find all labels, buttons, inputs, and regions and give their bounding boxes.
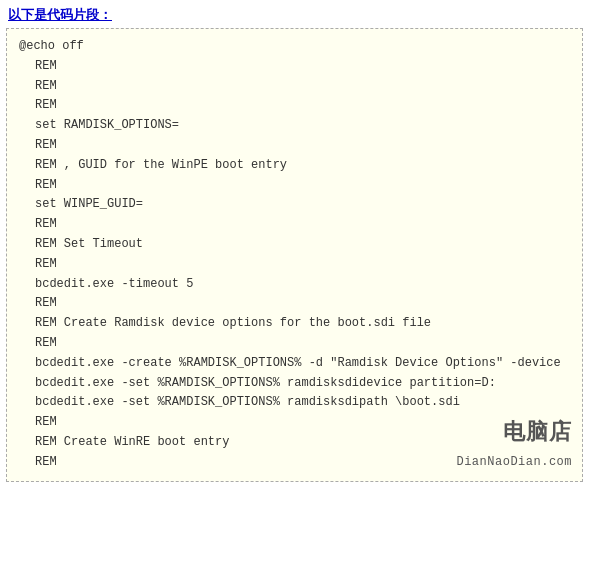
code-line: bcdedit.exe -set %RAMDISK_OPTIONS% ramdi… <box>19 393 570 413</box>
code-line: REM <box>19 96 570 116</box>
code-line: REM <box>19 136 570 156</box>
code-line: @echo off <box>19 37 570 57</box>
code-line: bcdedit.exe -set %RAMDISK_OPTIONS% ramdi… <box>19 374 570 394</box>
code-line: REM <box>19 215 570 235</box>
code-block: @echo offREMREMREMset RAMDISK_OPTIONS=RE… <box>6 28 583 482</box>
code-line: REM <box>19 77 570 97</box>
code-line: REM <box>19 334 570 354</box>
code-line: REM <box>19 176 570 196</box>
code-line: bcdedit.exe -create %RAMDISK_OPTIONS% -d… <box>19 354 570 374</box>
code-line: REM <box>19 57 570 77</box>
watermark-top: 电脑店 <box>503 416 572 452</box>
code-line: set WINPE_GUID= <box>19 195 570 215</box>
code-line: REM , GUID for the WinPE boot entry <box>19 156 570 176</box>
code-line: bcdedit.exe -timeout 5 <box>19 275 570 295</box>
code-line: REM <box>19 294 570 314</box>
code-line: REM Set Timeout <box>19 235 570 255</box>
code-line: REM Create Ramdisk device options for th… <box>19 314 570 334</box>
watermark-bottom: DianNaoDian.com <box>456 453 572 473</box>
code-line: set RAMDISK_OPTIONS= <box>19 116 570 136</box>
header-label: 以下是代码片段： <box>0 0 589 28</box>
code-line: REM <box>19 255 570 275</box>
watermark: 电脑店 DianNaoDian.com <box>456 416 572 472</box>
